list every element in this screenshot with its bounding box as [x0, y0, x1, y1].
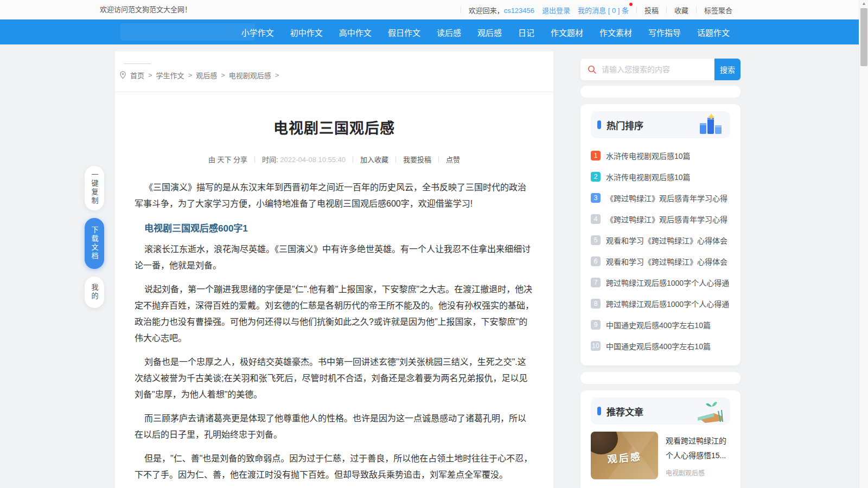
breadcrumb-separator: > — [275, 71, 279, 79]
divider — [254, 156, 255, 163]
hot-item-2[interactable]: 2水浒传电视剧观后感10篇 — [591, 166, 730, 187]
like-link[interactable]: 点赞 — [446, 154, 460, 164]
nav-item-holiday[interactable]: 假日作文 — [388, 27, 420, 38]
my-account-button[interactable]: 我的 — [85, 277, 104, 308]
hot-item-8[interactable]: 8跨过鸭绿江观后感1000字个人心得通 — [591, 293, 730, 314]
rank-badge: 4 — [591, 214, 601, 224]
nav-item-primary-school[interactable]: 小学作文 — [241, 27, 274, 38]
download-document-button[interactable]: 下载文档 — [85, 218, 104, 269]
nav-links: 小学作文 初中作文 高中作文 假日作文 读后感 观后感 日记 作文题材 作文素材… — [241, 20, 730, 44]
logout-link[interactable]: 退出登录 — [542, 5, 570, 15]
username-link[interactable]: cs123456 — [504, 7, 534, 15]
tag-aggregation-link[interactable]: 标签聚合 — [704, 5, 732, 15]
notification-dot-icon — [629, 3, 633, 6]
decorative-line — [124, 63, 151, 64]
paragraph: 刘备也是一个忠厚之人，极好结交英雄豪杰。书中第一回讲述玄德"刘关张桃园三结义，生… — [135, 354, 534, 403]
nav-item-junior-school[interactable]: 初中作文 — [290, 27, 323, 38]
hot-item-7[interactable]: 7跨过鸭绿江观后感1000字个人心得通 — [591, 272, 730, 293]
add-favorite-link[interactable]: 加入收藏 — [360, 154, 388, 164]
messages-link[interactable]: 我的消息 [ 0 ] 条 — [578, 5, 629, 15]
welcome-back-text: 欢迎回来，cs123456 — [469, 5, 534, 15]
breadcrumb-separator: > — [148, 71, 152, 79]
site-logo[interactable] — [120, 23, 255, 41]
favorites-link[interactable]: 收藏 — [674, 5, 688, 15]
paragraph: 说起刘备，第一个蹦进我思绪的字便是"仁".他有着"上报国家，下安黎庶"之大志。在… — [135, 281, 534, 346]
article-meta: 由 天下 分享 时间: 2022-04-08 10:55:40 加入收藏 我要投… — [135, 154, 534, 164]
nav-item-writing-guide[interactable]: 写作指导 — [648, 27, 681, 38]
page-title: 电视剧三国观后感 — [135, 117, 534, 138]
recommend-title: 推荐文章 — [607, 404, 643, 418]
ad-placeholder-bar — [580, 372, 741, 384]
bar-chart-icon — [697, 113, 724, 136]
breadcrumb-home[interactable]: 首页 — [130, 70, 144, 80]
rank-badge: 1 — [591, 151, 601, 160]
shared-by-text: 由 天下 分享 — [208, 154, 247, 164]
hot-item-6[interactable]: 6观看和学习《跨过鸭绿江》心得体会 — [591, 251, 730, 272]
browser-scrollbar: ▲ — [859, 0, 868, 488]
article-thumbnail: 观后感 — [591, 432, 658, 479]
scrollbar-thumb[interactable] — [860, 8, 867, 66]
rank-badge: 5 — [591, 235, 601, 245]
nav-item-essay-material[interactable]: 作文素材 — [599, 27, 632, 38]
divider — [636, 7, 637, 14]
hot-ranking-title: 热门排序 — [607, 118, 643, 132]
divider — [461, 7, 461, 14]
recommend-panel: 推荐文章 观后感 观看跨过鸭绿江的个人心得感悟15... 电视剧观后感 — [580, 390, 741, 488]
search-bar: 搜索 — [580, 59, 741, 80]
ad-placeholder-bar — [580, 86, 741, 98]
hot-ranking-panel: 热门排序 1水浒传电视剧观后感10篇 2水浒传电视剧观后感10篇 3《跨过鸭绿江… — [580, 104, 741, 365]
bullet-icon — [597, 120, 601, 129]
scroll-up-arrow-icon[interactable]: ▲ — [859, 1, 868, 6]
rank-badge: 7 — [591, 278, 601, 287]
hot-item-3[interactable]: 3《跨过鸭绿江》观后感青年学习心得 — [591, 187, 730, 208]
paragraph: 滚滚长江东逝水，浪花淘尽英雄。《三国演义》中有许多绝世英雄。有一个人让我忍不住拿… — [135, 241, 534, 274]
one-click-copy-button[interactable]: 一键复制 — [85, 166, 104, 210]
hot-item-9[interactable]: 9中国通史观后感400字左右10篇 — [591, 314, 730, 335]
paragraph: 而三顾茅庐去请诸葛亮更是体现了他尊重他人的性格。也许是因为这一点诚恳感动了诸葛孔… — [135, 410, 534, 443]
recommended-article-category: 电视剧观后感 — [666, 468, 730, 477]
site-welcome-text: 欢迎访问范文狗范文大全网！ — [100, 0, 192, 20]
nav-item-reading-review[interactable]: 读后感 — [437, 27, 461, 38]
divider — [395, 156, 396, 163]
contribute-link[interactable]: 投稿 — [644, 5, 659, 15]
breadcrumb-student-essay[interactable]: 学生作文 — [156, 70, 184, 80]
rank-badge: 6 — [591, 256, 601, 266]
hot-item-10[interactable]: 10中国通史观后感400字左右10篇 — [591, 335, 730, 356]
hot-ranking-header: 热门排序 — [591, 111, 730, 138]
contribute-article-link[interactable]: 我要投稿 — [403, 154, 431, 164]
nav-item-diary[interactable]: 日记 — [518, 27, 534, 38]
nav-item-topic-material[interactable]: 作文题材 — [551, 27, 583, 38]
hot-item-5[interactable]: 5观看和学习《跨过鸭绿江》心得体会 — [591, 229, 730, 251]
article-card: 首页 > 学生作文 > 观后感 > 电视剧观后感 > 电视剧三国观后感 由 天下… — [115, 52, 553, 488]
recommended-article[interactable]: 观后感 观看跨过鸭绿江的个人心得感悟15... 电视剧观后感 — [591, 432, 730, 479]
hot-item-1[interactable]: 1水浒传电视剧观后感10篇 — [591, 145, 730, 166]
search-button[interactable]: 搜索 — [714, 59, 741, 80]
recommend-header: 推荐文章 — [591, 397, 730, 425]
search-input[interactable] — [597, 65, 714, 74]
nav-item-viewing-review[interactable]: 观后感 — [477, 27, 502, 38]
nav-item-topic-essay[interactable]: 话题作文 — [697, 27, 730, 38]
divider — [696, 7, 697, 14]
nav-item-high-school[interactable]: 高中作文 — [339, 27, 372, 38]
breadcrumb-separator: > — [221, 71, 225, 79]
section-heading: 电视剧三国观后感600字1 — [144, 221, 534, 237]
rank-badge: 10 — [591, 341, 601, 351]
paragraph: 《三国演义》描写的是从东汉末年到西晋初年之间近一百年的历史风云，全书反映了三国时… — [135, 179, 534, 212]
rank-badge: 9 — [591, 320, 601, 330]
divider — [438, 156, 439, 163]
breadcrumb-separator: > — [188, 71, 193, 79]
rank-badge: 2 — [591, 172, 601, 182]
rank-badge: 8 — [591, 299, 601, 309]
plant-desk-icon — [695, 399, 724, 423]
breadcrumb-tv-review[interactable]: 电视剧观后感 — [229, 70, 271, 80]
location-pin-icon — [119, 71, 126, 79]
hot-item-4[interactable]: 4《跨过鸭绿江》观后感青年学习心得 — [591, 208, 730, 229]
rank-badge: 3 — [591, 193, 601, 203]
hot-ranking-list: 1水浒传电视剧观后感10篇 2水浒传电视剧观后感10篇 3《跨过鸭绿江》观后感青… — [591, 145, 730, 356]
bullet-icon — [597, 407, 601, 415]
topbar: 欢迎访问范文狗范文大全网！ 欢迎回来，cs123456 退出登录 我的消息 [ … — [0, 0, 859, 20]
article-body: 《三国演义》描写的是从东汉末年到西晋初年之间近一百年的历史风云，全书反映了三国时… — [135, 179, 534, 483]
topbar-menu: 欢迎回来，cs123456 退出登录 我的消息 [ 0 ] 条 投稿 收藏 标签… — [461, 0, 732, 20]
breadcrumb: 首页 > 学生作文 > 观后感 > 电视剧观后感 > — [119, 70, 279, 80]
breadcrumb-viewing-review[interactable]: 观后感 — [196, 70, 217, 80]
